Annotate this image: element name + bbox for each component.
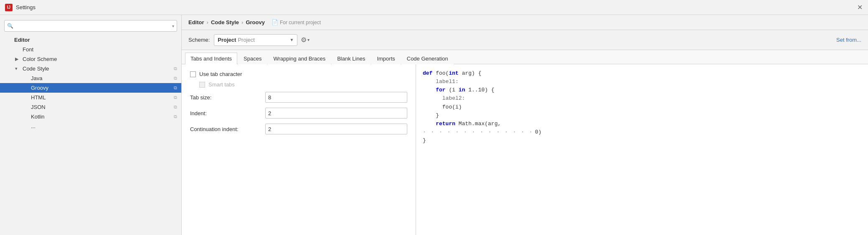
tab-size-row: Tab size: (190, 92, 407, 103)
scheme-gear-button[interactable]: ⚙ ▾ (301, 36, 310, 44)
sidebar-item-label: Code Style (23, 66, 49, 72)
title-bar: IJ Settings ✕ (0, 0, 868, 15)
use-tab-character-checkbox[interactable] (190, 71, 196, 77)
code-line-4: label2: (423, 94, 861, 103)
app-icon: IJ (5, 4, 13, 11)
continuation-indent-row: Continuation indent: (190, 124, 407, 134)
window-title: Settings (16, 4, 856, 10)
scheme-select-sub: Project (238, 37, 289, 43)
sidebar-item-label: ... (31, 123, 36, 129)
breadcrumb-code-style: Code Style (211, 19, 239, 25)
close-button[interactable]: ✕ (856, 4, 863, 11)
code-line-9: } (423, 136, 861, 145)
tab-wrapping-and-braces[interactable]: Wrapping and Braces (268, 53, 331, 64)
sidebar-item-label: JSON (31, 104, 46, 110)
settings-window: IJ Settings ✕ 🔍 ▾ Editor Font (0, 0, 868, 235)
code-line-1: def foo(int arg) { (423, 69, 861, 78)
tab-tabs-and-indents[interactable]: Tabs and Indents (185, 53, 237, 64)
breadcrumb-sep-2: › (241, 19, 243, 25)
sidebar-item-code-style[interactable]: ▾ Code Style ⧉ (0, 64, 181, 73)
sidebar-item-kotlin[interactable]: Kotlin ⧉ (0, 112, 181, 121)
scheme-label: Scheme: (188, 37, 210, 43)
search-icon: 🔍 (7, 23, 13, 29)
tab-spaces[interactable]: Spaces (238, 53, 267, 64)
set-from-button[interactable]: Set from... (836, 37, 861, 43)
breadcrumb-bar: Editor › Code Style › Groovy 📄 For curre… (182, 15, 868, 30)
smart-tabs-label: Smart tabs (208, 81, 235, 88)
breadcrumb-project: 📄 For current project (272, 19, 321, 25)
copy-icon-kotlin: ⧉ (174, 114, 177, 119)
sidebar-item-label: Kotlin (31, 114, 45, 120)
breadcrumb-groovy: Groovy (246, 19, 265, 25)
code-line-6: } (423, 111, 861, 120)
gear-icon: ⚙ (301, 36, 307, 44)
copy-icon-code-style: ⧉ (174, 66, 177, 71)
sidebar-item-editor[interactable]: Editor (0, 35, 181, 45)
sidebar-item-java[interactable]: Java ⧉ (0, 73, 181, 83)
scheme-select[interactable]: Project Project ▼ (214, 34, 297, 46)
panel-body: Use tab character Smart tabs Tab size: (182, 64, 868, 235)
copy-icon-html: ⧉ (174, 95, 177, 100)
smart-tabs-row: Smart tabs (190, 81, 407, 88)
gear-dropdown-icon: ▾ (307, 38, 310, 42)
scheme-bar: Scheme: Project Project ▼ ⚙ ▾ Set from..… (182, 30, 868, 50)
sidebar-item-label: Groovy (31, 85, 48, 91)
code-line-7: return Math.max(arg, (423, 120, 861, 128)
copy-icon-java: ⧉ (174, 76, 177, 81)
code-preview: def foo(int arg) { label1: for (i in 1..… (416, 64, 868, 235)
sidebar-item-label: Java (31, 75, 42, 81)
tab-size-label: Tab size: (190, 94, 265, 101)
sidebar-item-label: HTML (31, 94, 46, 101)
continuation-indent-label: Continuation indent: (190, 126, 265, 132)
sidebar: 🔍 ▾ Editor Font ▶ Color Scheme (0, 15, 182, 235)
sidebar-item-label: Editor (14, 37, 30, 43)
sidebar-item-label: Font (23, 46, 33, 53)
use-tab-character-label: Use tab character (199, 71, 242, 77)
search-box[interactable]: 🔍 ▾ (4, 20, 177, 32)
code-line-2: label1: (423, 78, 861, 86)
continuation-indent-input[interactable] (265, 124, 407, 134)
code-line-8: · · · · · · · · · · · · · ·0) (423, 128, 861, 136)
copy-icon-groovy: ⧉ (174, 85, 177, 91)
indent-input[interactable] (265, 108, 407, 119)
sidebar-item-groovy[interactable]: Groovy ⧉ (0, 83, 181, 93)
code-line-3: for (i in 1..10) { (423, 86, 861, 94)
code-line-5: foo(i) (423, 103, 861, 111)
expand-icon-code-style: ▾ (15, 66, 21, 71)
sidebar-item-more[interactable]: ... (0, 121, 181, 131)
sidebar-item-font[interactable]: Font (0, 45, 181, 54)
sidebar-tree: Editor Font ▶ Color Scheme ▾ Code Style … (0, 35, 181, 235)
tab-size-input[interactable] (265, 92, 407, 103)
breadcrumb-editor: Editor (188, 19, 204, 25)
search-dropdown-icon[interactable]: ▾ (172, 24, 174, 28)
expand-icon-color-scheme: ▶ (15, 56, 21, 62)
main-content: 🔍 ▾ Editor Font ▶ Color Scheme (0, 15, 868, 235)
project-icon: 📄 (272, 19, 278, 25)
sidebar-item-html[interactable]: HTML ⧉ (0, 93, 181, 102)
copy-icon-json: ⧉ (174, 104, 177, 110)
settings-form: Use tab character Smart tabs Tab size: (182, 64, 416, 235)
tab-code-generation[interactable]: Code Generation (401, 53, 454, 64)
use-tab-character-row: Use tab character (190, 71, 407, 77)
breadcrumb-sep-1: › (207, 19, 208, 25)
search-input[interactable] (15, 23, 171, 29)
scheme-dropdown-arrow: ▼ (289, 38, 294, 42)
indent-label: Indent: (190, 110, 265, 116)
sidebar-item-label: Color Scheme (23, 56, 57, 62)
indent-row: Indent: (190, 108, 407, 119)
sidebar-item-color-scheme[interactable]: ▶ Color Scheme (0, 54, 181, 64)
sidebar-item-json[interactable]: JSON ⧉ (0, 102, 181, 112)
tabs-bar: Tabs and Indents Spaces Wrapping and Bra… (182, 50, 868, 64)
scheme-select-value: Project (218, 37, 236, 43)
tab-imports[interactable]: Imports (371, 53, 400, 64)
smart-tabs-checkbox[interactable] (199, 82, 205, 88)
tab-blank-lines[interactable]: Blank Lines (332, 53, 371, 64)
right-panel: Editor › Code Style › Groovy 📄 For curre… (182, 15, 868, 235)
breadcrumb-project-label: For current project (280, 20, 321, 25)
